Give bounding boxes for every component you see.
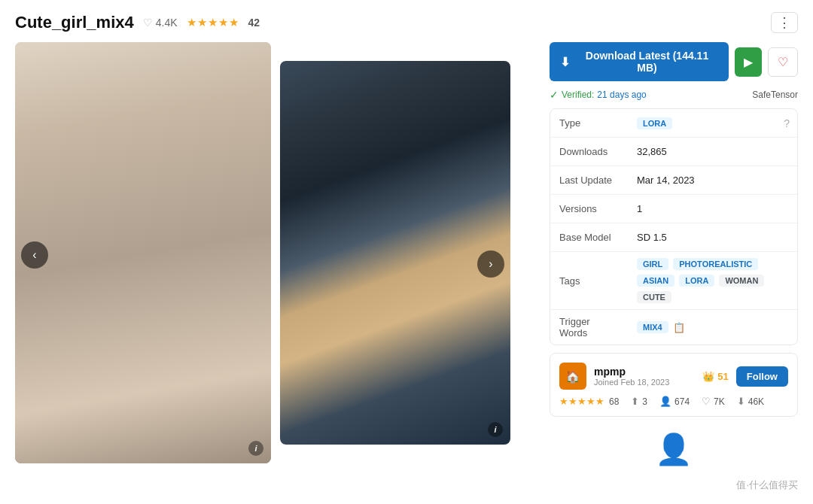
- verified-row: ✓ Verified: 21 days ago SafeTensor: [550, 89, 798, 101]
- gallery-prev-button[interactable]: ‹: [21, 241, 48, 269]
- verified-text: Verified:: [562, 90, 594, 100]
- info-row-versions: Versions 1: [550, 195, 797, 223]
- gallery-image-1-container: i ‹: [15, 42, 271, 467]
- tag-lora[interactable]: LORA: [679, 275, 714, 287]
- stat-downloads: ⬇ 46K: [737, 396, 764, 407]
- last-update-date: Mar 14, 2023: [637, 175, 695, 186]
- type-value: LORA ?: [629, 111, 797, 135]
- gallery-image-1[interactable]: i: [15, 42, 271, 463]
- rank-number: 51: [717, 371, 728, 382]
- versions-value: 1: [629, 197, 797, 220]
- versions-count: 1: [637, 203, 642, 214]
- stat-followers: 👤 674: [659, 396, 690, 407]
- image-person-2-bg: [280, 61, 510, 445]
- last-update-value: Mar 14, 2023: [629, 169, 797, 192]
- base-model-name: SD 1.5: [637, 232, 667, 243]
- follower-count: 674: [674, 396, 690, 407]
- base-model-label: Base Model: [550, 226, 629, 249]
- trigger-tag-mix4[interactable]: MIX4: [637, 321, 668, 333]
- downloads-count: 32,865: [637, 146, 667, 157]
- page-container: Cute_girl_mix4 ♡ 4.4K ★★★★★ 42 ⋮ i ‹: [0, 0, 813, 479]
- download-label: Download Latest (144.11 MB): [576, 50, 718, 74]
- last-update-label: Last Update: [550, 169, 629, 192]
- favorite-button[interactable]: ♡: [768, 47, 798, 77]
- star-count: 42: [248, 17, 260, 29]
- check-icon: ✓: [550, 89, 559, 101]
- author-avatar: 🏠: [559, 363, 586, 390]
- download-row: ⬇ Download Latest (144.11 MB) ▶ ♡: [550, 42, 798, 81]
- author-rating: ★★★★★ 68: [559, 396, 619, 407]
- author-rank: 👑 51: [702, 371, 728, 382]
- heart-icon: ♡: [143, 17, 153, 29]
- author-card: 🏠 mpmp Joined Feb 18, 2023 👑 51 Follow ★…: [550, 353, 798, 417]
- download-button[interactable]: ⬇ Download Latest (144.11 MB): [550, 42, 729, 81]
- header-likes: ♡ 4.4K: [143, 17, 178, 29]
- likes-icon: ♡: [702, 396, 711, 407]
- follow-button[interactable]: Follow: [736, 366, 788, 387]
- info-row-base-model: Base Model SD 1.5: [550, 223, 797, 252]
- image-info-icon-1[interactable]: i: [248, 441, 263, 456]
- gallery-image-2[interactable]: i: [280, 61, 510, 445]
- model-title: Cute_girl_mix4: [15, 13, 134, 32]
- info-row-trigger-words: Trigger Words MIX4 📋: [550, 310, 797, 345]
- likes-count: 7K: [714, 396, 725, 407]
- like-count: 4.4K: [156, 17, 178, 29]
- tag-photorealistic[interactable]: PHOTOREALISTIC: [673, 258, 758, 270]
- author-joined: Joined Feb 18, 2023: [594, 378, 695, 387]
- gallery: i ‹ i ›: [15, 42, 537, 467]
- tags-label: Tags: [550, 269, 629, 293]
- trigger-words-value: MIX4 📋: [629, 315, 797, 339]
- type-tag[interactable]: LORA: [637, 117, 672, 129]
- author-stats: ★★★★★ 68 ⬆ 3 👤 674 ♡ 7K: [559, 396, 788, 407]
- info-row-tags: Tags GIRL PHOTOREALISTIC ASIAN LORA WOMA…: [550, 252, 797, 310]
- stat-uploads: ⬆ 3: [631, 396, 647, 407]
- header: Cute_girl_mix4 ♡ 4.4K ★★★★★ 42 ⋮: [15, 12, 798, 33]
- author-rating-count: 68: [609, 396, 619, 407]
- downloads-value: 32,865: [629, 140, 797, 163]
- header-menu-button[interactable]: ⋮: [771, 12, 798, 33]
- downloads-stat: 46K: [748, 396, 764, 407]
- play-button[interactable]: ▶: [735, 47, 762, 77]
- sidebar: ⬇ Download Latest (144.11 MB) ▶ ♡ ✓ Veri…: [550, 42, 798, 467]
- upload-icon: ⬆: [631, 396, 639, 407]
- tags-value: GIRL PHOTOREALISTIC ASIAN LORA WOMAN CUT…: [629, 252, 797, 309]
- base-model-value: SD 1.5: [629, 226, 797, 249]
- author-top: 🏠 mpmp Joined Feb 18, 2023 👑 51 Follow: [559, 363, 788, 390]
- copy-trigger-button[interactable]: 📋: [673, 322, 685, 333]
- tag-asian[interactable]: ASIAN: [637, 275, 674, 287]
- verified-time-link[interactable]: 21 days ago: [597, 90, 646, 100]
- tag-girl[interactable]: GIRL: [637, 258, 668, 270]
- info-row-last-update: Last Update Mar 14, 2023: [550, 166, 797, 195]
- type-label: Type: [550, 111, 629, 135]
- watermark: 值·什么值得买: [736, 478, 798, 492]
- upload-count: 3: [642, 396, 647, 407]
- person-placeholder: 👤: [550, 432, 798, 467]
- star-rating: ★★★★★: [187, 16, 239, 29]
- crown-icon: 👑: [702, 371, 714, 382]
- downloads-icon: ⬇: [737, 396, 745, 407]
- followers-icon: 👤: [659, 396, 671, 407]
- image-info-icon-2[interactable]: i: [488, 422, 503, 437]
- info-table: Type LORA ? Downloads 32,865 Last Update: [550, 108, 798, 345]
- tag-woman[interactable]: WOMAN: [719, 275, 764, 287]
- main-content: i ‹ i › ⬇ Download Latest (144.11 MB): [15, 42, 798, 467]
- type-info-button[interactable]: ?: [784, 117, 790, 129]
- person-icon: 👤: [655, 432, 693, 467]
- gallery-next-button[interactable]: ›: [477, 250, 504, 278]
- author-star-rating: ★★★★★: [559, 396, 604, 407]
- trigger-words-label: Trigger Words: [550, 310, 629, 345]
- tag-cute[interactable]: CUTE: [637, 291, 671, 303]
- versions-label: Versions: [550, 197, 629, 220]
- gallery-image-2-container: i ›: [280, 61, 510, 467]
- verified-format: SafeTensor: [752, 90, 798, 100]
- image-person-1-bg: [15, 42, 271, 463]
- downloads-label: Downloads: [550, 140, 629, 163]
- download-icon: ⬇: [560, 55, 570, 69]
- author-name[interactable]: mpmp: [594, 366, 695, 378]
- info-row-type: Type LORA ?: [550, 109, 797, 138]
- verified-badge: ✓ Verified: 21 days ago: [550, 89, 647, 101]
- author-info: mpmp Joined Feb 18, 2023: [594, 366, 695, 387]
- stat-likes: ♡ 7K: [702, 396, 725, 407]
- info-row-downloads: Downloads 32,865: [550, 138, 797, 166]
